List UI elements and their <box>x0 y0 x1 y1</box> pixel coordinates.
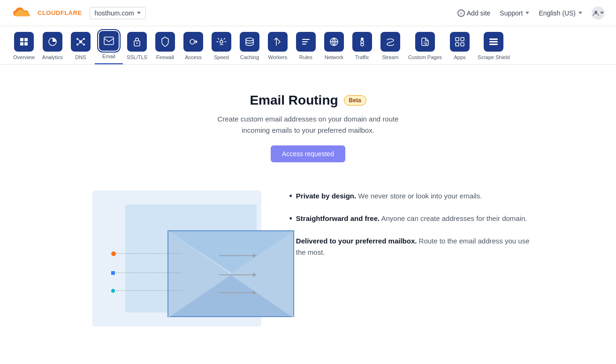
svg-rect-15 <box>104 37 114 45</box>
nav-item-traffic[interactable]: Traffic <box>348 27 376 64</box>
nav-item-firewall[interactable]: Firewall <box>151 27 179 64</box>
svg-point-8 <box>83 38 85 40</box>
add-site-button[interactable]: + Add site <box>457 9 491 17</box>
header-left: CLOUDFLARE hosthum.com <box>11 6 146 20</box>
support-chevron-icon <box>525 12 529 14</box>
feature-bullet-1: • <box>289 191 292 201</box>
nav-label-dns: DNS <box>75 54 86 61</box>
nav-item-network[interactable]: Network <box>320 27 348 64</box>
support-button[interactable]: Support <box>500 9 529 17</box>
user-avatar[interactable] <box>592 7 605 20</box>
nav-label-apps: Apps <box>454 54 466 61</box>
nav-item-dns[interactable]: DNS <box>67 27 95 64</box>
nav-label-workers: Workers <box>268 54 288 61</box>
nav-item-scrape-shield[interactable]: Scrape Shield <box>474 27 514 64</box>
nav-item-stream[interactable]: Stream <box>376 27 404 64</box>
svg-rect-30 <box>489 41 498 43</box>
nav-label-scrape-shield: Scrape Shield <box>478 54 510 61</box>
nav-item-access[interactable]: Access <box>179 27 207 64</box>
beta-badge: Beta <box>344 95 366 106</box>
access-icon <box>183 32 203 52</box>
svg-point-19 <box>246 38 253 41</box>
svg-rect-26 <box>461 38 464 41</box>
svg-point-10 <box>83 44 85 46</box>
nav-item-apps[interactable]: Apps <box>446 27 474 64</box>
header: CLOUDFLARE hosthum.com + Add site Suppor… <box>0 0 616 26</box>
hero-description: Create custom email addresses on your do… <box>11 114 605 136</box>
nav-label-network: Network <box>325 54 343 61</box>
feature-bold-1: Private by design. <box>296 192 356 200</box>
caching-icon <box>240 32 259 52</box>
nav-label-analytics: Analytics <box>42 54 63 61</box>
dashed-line-3 <box>116 290 182 291</box>
hero-desc-line1: Create custom email addresses on your do… <box>217 115 398 123</box>
stream-icon <box>380 32 400 52</box>
svg-rect-4 <box>24 42 28 46</box>
nav-item-speed[interactable]: Speed <box>207 27 236 64</box>
nav-item-analytics[interactable]: Analytics <box>38 27 67 64</box>
nav-label-caching: Caching <box>240 54 259 61</box>
dns-icon <box>71 32 91 52</box>
feature-item-2: • Straightforward and free. Anyone can c… <box>289 213 533 224</box>
nav-item-overview[interactable]: Overview <box>9 27 38 64</box>
nav-label-rules: Rules <box>299 54 312 61</box>
nav-label-firewall: Firewall <box>156 54 174 61</box>
arrow-line-1 <box>219 253 257 258</box>
svg-rect-25 <box>456 38 459 41</box>
svg-point-21 <box>361 38 364 40</box>
svg-point-17 <box>136 43 137 44</box>
workers-icon <box>268 32 288 52</box>
nav-label-ssl: SSL/TLS <box>127 54 147 61</box>
nav-item-caching[interactable]: Caching <box>236 27 264 64</box>
speed-icon <box>212 32 231 52</box>
feature-bullet-2: • <box>289 214 292 224</box>
domain-chevron-icon <box>137 12 141 14</box>
add-icon: + <box>457 9 465 17</box>
nav-item-workers[interactable]: Workers <box>264 27 292 64</box>
hero-section: Email Routing Beta Create custom email a… <box>11 83 605 176</box>
nav-label-traffic: Traffic <box>355 54 369 61</box>
nav-item-email[interactable]: Email <box>95 26 123 64</box>
svg-line-12 <box>82 39 83 41</box>
nav-label-custom-pages: Custom Pages <box>408 54 442 61</box>
feature-text-3: Delivered to your preferred mailbox. Rou… <box>296 235 533 258</box>
nav-label-email: Email <box>102 53 115 60</box>
rules-icon <box>296 32 316 52</box>
domain-selector[interactable]: hosthum.com <box>90 7 146 19</box>
title-text: Email Routing <box>250 93 338 108</box>
feature-normal-1: We never store or look into your emails. <box>356 192 482 200</box>
overview-icon <box>14 32 34 52</box>
svg-point-0 <box>594 11 597 14</box>
svg-point-23 <box>361 43 364 46</box>
nav-label-stream: Stream <box>382 54 398 61</box>
dashed-line-2 <box>116 273 182 273</box>
analytics-icon <box>43 32 62 52</box>
nav-item-custom-pages[interactable]: Custom Pages <box>404 27 446 64</box>
apps-icon <box>450 32 470 52</box>
feature-text-2: Straightforward and free. Anyone can cre… <box>296 213 527 224</box>
nav-item-rules[interactable]: Rules <box>292 27 320 64</box>
svg-line-14 <box>82 43 83 44</box>
dot-blue <box>111 271 115 275</box>
svg-rect-1 <box>20 38 23 41</box>
svg-rect-28 <box>461 43 464 46</box>
nav-item-ssl-tls[interactable]: SSL/TLS <box>123 27 151 64</box>
access-requested-button[interactable]: Access requested <box>271 145 345 162</box>
arrow-line-3 <box>219 290 257 295</box>
language-chevron-icon <box>578 12 582 14</box>
network-icon <box>324 32 344 52</box>
logo-text: CLOUDFLARE <box>38 9 82 16</box>
cloudflare-logo[interactable]: CLOUDFLARE <box>11 6 82 20</box>
svg-rect-27 <box>456 43 459 46</box>
language-button[interactable]: English (US) <box>539 9 582 17</box>
svg-point-22 <box>361 40 364 43</box>
svg-rect-31 <box>489 44 498 45</box>
hero-desc-line2: incoming emails to your preferred mailbo… <box>242 126 374 134</box>
traffic-icon <box>352 32 372 52</box>
illustration-outer-bg <box>92 190 261 326</box>
svg-rect-29 <box>489 38 498 40</box>
feature-bold-3: Delivered to your preferred mailbox. <box>296 237 417 245</box>
email-illustration <box>83 190 261 336</box>
arrow-line-2 <box>219 273 257 277</box>
page-title: Email Routing Beta <box>11 93 605 108</box>
